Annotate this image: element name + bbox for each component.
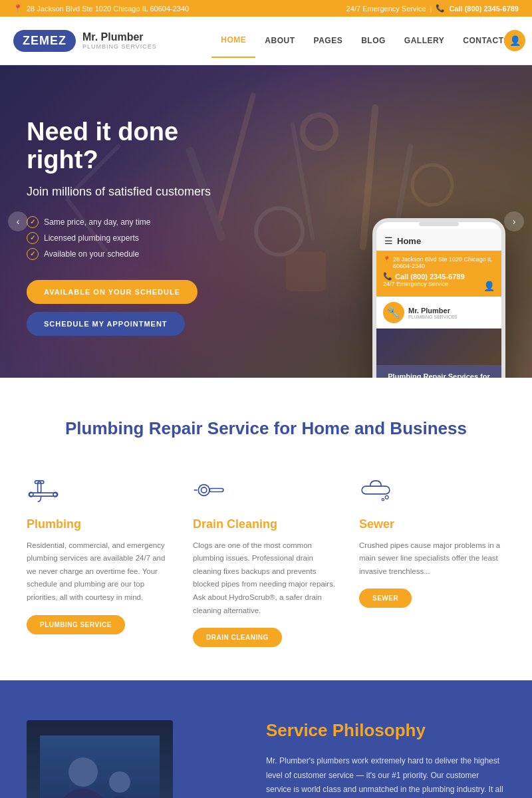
services-section: Plumbing Repair Service for Home and Bus…: [0, 378, 532, 680]
hero-next-button[interactable]: ›: [504, 211, 524, 231]
logo-zemez[interactable]: ZEMEZ: [13, 30, 76, 52]
top-bar-right: 24/7 Emergency Service | 📞 Call (800) 23…: [346, 4, 519, 13]
phone-brand-text: Mr. Plumber PLUMBING SERVICES: [408, 307, 458, 319]
nav-about[interactable]: ABOUT: [255, 24, 304, 57]
phone-call-icon: 📞: [383, 272, 392, 281]
plumbing-desc: Residential, commercial, and emergency p…: [27, 539, 173, 604]
svg-point-22: [109, 771, 130, 793]
plumbing-button[interactable]: PLUMBING SERVICE: [27, 615, 125, 634]
brand-sub: PLUMBING SERVICES: [82, 43, 157, 50]
plumbing-icon: [27, 473, 66, 507]
logo-area: ZEMEZ Mr. Plumber PLUMBING SERVICES: [13, 30, 211, 52]
nav-home[interactable]: HOME: [211, 23, 255, 58]
phone-number: 📞 Call (800) 2345-6789: [383, 272, 495, 281]
drain-button[interactable]: DRAIN CLEANING: [193, 628, 282, 647]
sewer-button[interactable]: SEWER: [359, 589, 412, 608]
service-card-plumbing: Plumbing Residential, commercial, and em…: [27, 473, 173, 647]
phone-orange-bar: 📍 28 Jackson Blvd Ste 1020 Chicago IL 60…: [376, 251, 501, 297]
nav-pages[interactable]: PAGES: [305, 24, 352, 57]
emergency-text: 24/7 Emergency Service: [346, 5, 426, 13]
checklist-item-2: Licensed plumbing experts: [27, 232, 253, 244]
sewer-icon: [359, 473, 399, 507]
services-grid: Plumbing Residential, commercial, and em…: [27, 473, 505, 647]
address-text: 28 Jackson Blvd Ste 1020 Chicago IL 6060…: [27, 5, 189, 13]
phone-address: 📍 28 Jackson Blvd Ste 1020 Chicago IL 60…: [383, 256, 495, 269]
hero-subtitle: Join millions of satisfied customers: [27, 184, 253, 200]
phone-notch: [419, 222, 459, 226]
phone-icon: 📞: [436, 4, 445, 13]
phone-logo-bar: 🔧 Mr. Plumber PLUMBING SERVICES: [376, 297, 501, 329]
plumbing-title: Plumbing: [27, 517, 173, 531]
separator: |: [430, 5, 432, 13]
hero-prev-button[interactable]: ‹: [8, 211, 28, 231]
user-icon[interactable]: 👤: [504, 30, 525, 51]
phone-address-text: 28 Jackson Blvd Ste 1020 Chicago IL 6060…: [393, 256, 495, 269]
svg-point-19: [382, 498, 384, 500]
svg-rect-8: [286, 251, 326, 291]
drain-title: Drain Cleaning: [193, 517, 339, 531]
cta-schedule-button[interactable]: AVAILABLE ON YOUR SCHEDULE: [27, 280, 198, 304]
brand-text: Mr. Plumber PLUMBING SERVICES: [82, 31, 157, 50]
svg-rect-17: [362, 486, 390, 494]
header: ZEMEZ Mr. Plumber PLUMBING SERVICES HOME…: [0, 17, 532, 65]
svg-point-14: [198, 484, 209, 495]
plumbers-top-image: [27, 720, 173, 798]
service-card-drain: Drain Cleaning Clogs are one of the most…: [193, 473, 339, 647]
services-title: Plumbing Repair Service for Home and Bus…: [27, 418, 505, 440]
svg-point-15: [201, 487, 207, 493]
phone-number-text: Call (800) 2345-6789: [395, 273, 465, 281]
philosophy-content: Service Philosophy Mr. Plumber's plumber…: [266, 720, 505, 798]
philosophy-section: Service Philosophy Mr. Plumber's plumber…: [0, 680, 532, 798]
hero-headline: Need it done right?: [27, 118, 253, 174]
phone-service-heading: Plumbing Repair Services for Home and Bu…: [383, 372, 495, 378]
hero-checklist: Same price, any day, any time Licensed p…: [27, 216, 253, 260]
phone-pin-icon: 📍: [383, 256, 390, 263]
cta-appointment-button[interactable]: SCHEDULE MY APPOINTMENT: [27, 312, 185, 336]
checklist-item-1: Same price, any day, any time: [27, 216, 253, 228]
nav-blog[interactable]: BLOG: [352, 24, 395, 57]
phone-user-icon: 👤: [483, 281, 495, 291]
brand-name: Mr. Plumber: [82, 31, 157, 43]
checklist-item-3: Available on your schedule: [27, 248, 253, 260]
phone-service-text: Plumbing Repair Services for Home and Bu…: [376, 365, 501, 378]
svg-point-7: [412, 165, 452, 205]
service-card-sewer: Sewer Crushed pipes cause major problems…: [359, 473, 505, 647]
svg-rect-16: [209, 488, 223, 491]
phone-brand-name: Mr. Plumber: [408, 307, 458, 315]
phone-hero-image: [376, 329, 501, 365]
philosophy-images: [27, 720, 239, 798]
phone-text: Call (800) 2345-6789: [449, 5, 519, 13]
top-bar: 📍 28 Jackson Blvd Ste 1020 Chicago IL 60…: [0, 0, 532, 17]
svg-rect-20: [40, 735, 160, 798]
sewer-desc: Crushed pipes cause major problems in a …: [359, 539, 505, 579]
main-nav: HOME ABOUT PAGES BLOG GALLERY CONTACTS: [211, 23, 519, 58]
drain-icon: [193, 473, 233, 507]
nav-gallery[interactable]: GALLERY: [395, 24, 454, 57]
sewer-title: Sewer: [359, 517, 505, 531]
hero-section: Need it done right? Join millions of sat…: [0, 65, 532, 378]
phone-top-bar: ☰ Home: [376, 229, 501, 251]
hamburger-icon[interactable]: ☰: [384, 235, 393, 246]
philosophy-para-1: Mr. Plumber's plumbers work extremely ha…: [266, 754, 505, 798]
philosophy-title: Service Philosophy: [266, 720, 505, 741]
top-bar-left: 📍 28 Jackson Blvd Ste 1020 Chicago IL 60…: [13, 4, 189, 13]
phone-mockup: ☰ Home 📍 28 Jackson Blvd Ste 1020 Chicag…: [372, 218, 505, 378]
svg-point-2: [303, 115, 336, 148]
svg-point-18: [385, 495, 388, 499]
services-heading: Plumbing Repair Service for Home and Bus…: [27, 418, 505, 440]
svg-point-21: [68, 757, 98, 787]
phone-brand-sub: PLUMBING SERVICES: [408, 315, 458, 319]
address-icon: 📍: [13, 4, 23, 13]
drain-desc: Clogs are one of the most common plumbin…: [193, 539, 339, 617]
phone-plumber-avatar: 🔧: [383, 302, 404, 323]
hero-content: Need it done right? Join millions of sat…: [0, 65, 279, 362]
phone-home-label: Home: [397, 236, 421, 246]
plumbers-silhouette: [40, 735, 160, 798]
